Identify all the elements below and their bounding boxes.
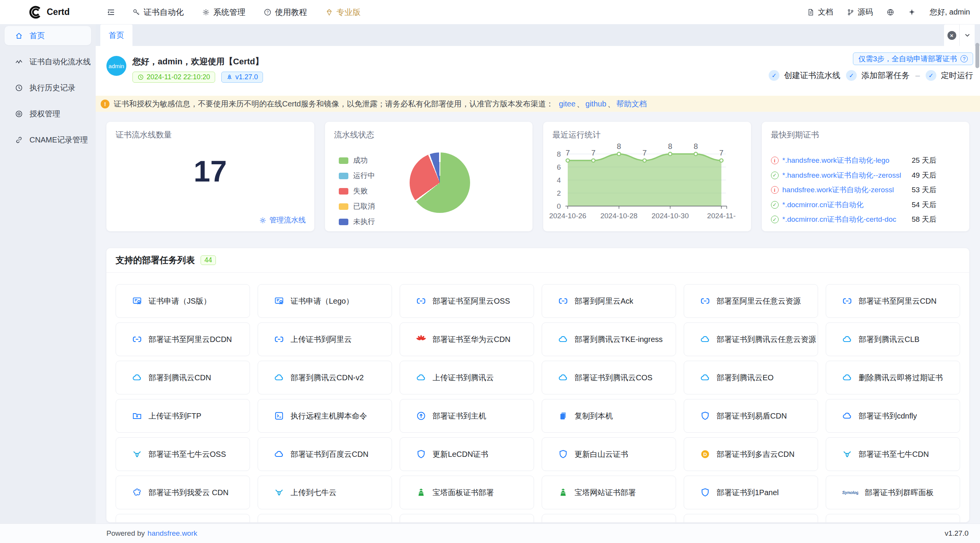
collapse-menu-icon[interactable] <box>106 8 116 17</box>
sidebar-item-1[interactable]: 首页 <box>5 26 91 45</box>
globe-icon <box>887 8 894 16</box>
task-card-4[interactable]: 部署到阿里云Ack <box>542 284 676 318</box>
menu-item-2[interactable]: 系统管理 <box>202 7 245 18</box>
sidebar-item-3[interactable]: 执行历史记录 <box>5 78 91 97</box>
task-card-10[interactable]: 部署到腾讯云TKE-ingress <box>542 322 676 356</box>
cloud-icon <box>274 449 284 459</box>
header-link-1[interactable]: 文档 <box>807 7 833 17</box>
legend-item-4[interactable]: 已取消 <box>339 201 375 211</box>
task-card-34[interactable]: 宝塔网站证书部署 <box>542 476 676 509</box>
task-card-clipped[interactable] <box>826 514 960 522</box>
task-card-25[interactable]: 部署证书至七牛云OSS <box>116 437 250 471</box>
task-card-17[interactable]: 部署到腾讯云EO <box>684 361 818 394</box>
task-card-27[interactable]: 更新LeCDN证书 <box>400 437 534 471</box>
app-header: Certd 证书自动化系统管理?使用教程专业版 文档源码您好, admin <box>0 0 980 25</box>
cert-link[interactable]: *.handsfree.work证书自动化-lego <box>782 155 912 165</box>
task-card-clipped[interactable] <box>258 514 392 522</box>
task-card-9[interactable]: 部署证书至华为云CDN <box>400 322 534 356</box>
task-card-30[interactable]: 部署证书至七牛CDN <box>826 437 960 471</box>
runs-area-chart: 024682024-10-262024-10-282024-10-302024-… <box>543 122 751 231</box>
task-card-33[interactable]: 宝塔面板证书部署 <box>400 476 534 509</box>
cert-link[interactable]: handsfree.work证书自动化-zerossl <box>782 185 912 195</box>
task-card-16[interactable]: 部署证书到腾讯云COS <box>542 361 676 394</box>
certd-logo-icon <box>28 5 42 19</box>
legend-item-2[interactable]: 运行中 <box>339 171 375 181</box>
cert-link[interactable]: *.handsfree.work证书自动化--zerossl <box>782 170 912 180</box>
task-card-31[interactable]: 部署证书到我爱云 CDN <box>116 476 250 509</box>
sidebar-item-5[interactable]: CNAME记录管理 <box>5 130 91 149</box>
tencent-icon <box>700 373 710 383</box>
task-card-20[interactable]: 执行远程主机脚本命令 <box>258 399 392 433</box>
sidebar-item-2[interactable]: 证书自动化流水线 <box>5 52 91 71</box>
task-card-36[interactable]: Synology部署证书到群晖面板 <box>826 476 960 509</box>
menu-item-4[interactable]: 专业版 <box>325 7 361 18</box>
tab-home[interactable]: 首页 <box>100 25 132 46</box>
task-card-3[interactable]: 部署证书至阿里云OSS <box>400 284 534 318</box>
task-card-24[interactable]: 部署证书到cdnfly <box>826 399 960 433</box>
welcome-section: admin 您好，admin，欢迎使用【Certd】 2024-11-02 22… <box>96 46 980 96</box>
cert-link[interactable]: *.docmirror.cn证书自动化-certd-doc <box>782 214 912 224</box>
task-card-2[interactable]: 证书申请（Lego） <box>258 284 392 318</box>
time-badge: 2024-11-02 22:10:20 <box>132 72 215 83</box>
notice-link-separator: 、 <box>608 100 615 108</box>
task-card-14[interactable]: 部署到腾讯云CDN-v2 <box>258 361 392 394</box>
task-card-28[interactable]: 更新白山云证书 <box>542 437 676 471</box>
manage-pipelines-link[interactable]: 管理流水线 <box>259 215 306 225</box>
script-icon <box>274 411 284 421</box>
handsfree-link[interactable]: handsfree.work <box>147 529 197 538</box>
legend-item-5[interactable]: 未执行 <box>339 217 375 227</box>
task-card-15[interactable]: 上传证书到腾讯云 <box>400 361 534 394</box>
huawei-icon <box>416 334 426 344</box>
menu-item-3[interactable]: ?使用教程 <box>264 7 307 18</box>
globe-button[interactable] <box>887 8 894 16</box>
cert-days: 49 天后 <box>912 170 936 180</box>
task-card-clipped[interactable] <box>542 514 676 522</box>
task-card-18[interactable]: 删除腾讯云即将过期证书 <box>826 361 960 394</box>
task-card-35[interactable]: 部署证书到1Panel <box>684 476 818 509</box>
task-card-21[interactable]: 部署证书到主机 <box>400 399 534 433</box>
scrollbar-thumb[interactable] <box>975 43 979 68</box>
task-card-19[interactable]: 上传证书到FTP <box>116 399 250 433</box>
legend-item-3[interactable]: 失败 <box>339 186 375 196</box>
tab-menu-button[interactable] <box>959 25 975 46</box>
close-tab-button[interactable]: × <box>944 25 959 46</box>
task-card-7[interactable]: 部署证书至阿里云DCDN <box>116 322 250 356</box>
notice-link-3[interactable]: 帮助文档 <box>616 100 647 108</box>
task-card-clipped[interactable] <box>116 514 250 522</box>
pipeline-count-card: 证书流水线数量 17 管理流水线 <box>106 122 314 231</box>
header-link-2[interactable]: 源码 <box>847 7 873 17</box>
status-pie-chart <box>410 152 470 213</box>
copy-icon <box>558 411 568 421</box>
theme-button[interactable] <box>908 8 916 16</box>
task-card-1[interactable]: 证书申请（JS版） <box>116 284 250 318</box>
task-card-26[interactable]: 部署证书到百度云CDN <box>258 437 392 471</box>
task-card-11[interactable]: 部署证书到腾讯云任意云资源 <box>684 322 818 356</box>
avatar: admin <box>106 56 126 76</box>
expiring-certs-list: i*.handsfree.work证书自动化-lego25 天后✓*.hands… <box>771 153 964 227</box>
notice-link-1[interactable]: gitee <box>559 100 575 108</box>
task-card-32[interactable]: 上传到七牛云 <box>258 476 392 509</box>
task-card-5[interactable]: 部署至阿里云任意云资源 <box>684 284 818 318</box>
shield-icon <box>558 449 568 459</box>
iaiyun-icon <box>132 487 142 497</box>
task-card-29[interactable]: D部署证书到多吉云CDN <box>684 437 818 471</box>
task-card-clipped[interactable] <box>684 514 818 522</box>
task-card-13[interactable]: 部署到腾讯云CDN <box>116 361 250 394</box>
task-card-clipped[interactable] <box>400 514 534 522</box>
promo-badge[interactable]: 仅需3步，全自动申请部署证书 ? <box>853 52 973 65</box>
task-card-12[interactable]: 部署到腾讯云CLB <box>826 322 960 356</box>
task-card-22[interactable]: 复制到本机 <box>542 399 676 433</box>
vip-icon <box>325 8 333 16</box>
notice-link-2[interactable]: github <box>585 100 606 108</box>
task-card-23[interactable]: 部署证书到易盾CDN <box>684 399 818 433</box>
history-icon <box>15 84 23 92</box>
tencent-icon <box>700 334 710 344</box>
sidebar-item-4[interactable]: 授权管理 <box>5 104 91 123</box>
menu-item-1[interactable]: 证书自动化 <box>132 7 184 18</box>
legend-item-1[interactable]: 成功 <box>339 155 375 165</box>
tencent-icon <box>274 373 284 383</box>
user-greeting[interactable]: 您好, admin <box>929 7 970 17</box>
task-card-8[interactable]: 上传证书到阿里云 <box>258 322 392 356</box>
cert-link[interactable]: *.docmirror.cn证书自动化 <box>782 200 912 210</box>
task-card-6[interactable]: 部署证书至阿里云CDN <box>826 284 960 318</box>
